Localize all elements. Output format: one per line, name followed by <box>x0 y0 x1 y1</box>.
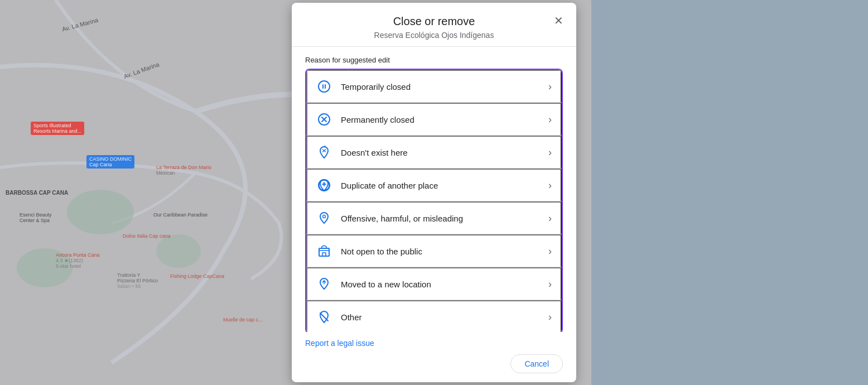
close-remove-modal: Close or remove Reserva Ecológica Ojos I… <box>292 3 576 382</box>
modal-footer: Report a legal issue Cancel <box>292 332 576 382</box>
location-slash-icon <box>316 309 332 325</box>
modal-backdrop: Close or remove Reserva Ecológica Ojos I… <box>0 0 868 385</box>
option-label-temporarily-closed: Temporarily closed <box>341 82 544 92</box>
close-icon: ✕ <box>554 14 563 27</box>
options-list: Temporarily closed › Permanently closed … <box>305 69 563 332</box>
chevron-right-icon: › <box>548 180 552 191</box>
option-label-moved: Moved to a new location <box>341 280 544 289</box>
option-other[interactable]: Other › <box>306 300 562 332</box>
option-not-public[interactable]: Not open to the public › <box>306 234 562 267</box>
location-x-icon <box>316 145 332 160</box>
svg-rect-10 <box>325 84 326 89</box>
chevron-right-icon: › <box>548 278 552 290</box>
location-arrow-icon <box>316 276 332 292</box>
modal-header: Close or remove Reserva Ecológica Ojos I… <box>292 3 576 47</box>
chevron-right-icon: › <box>548 311 552 323</box>
option-duplicate[interactable]: Duplicate of another place › <box>306 169 562 201</box>
chevron-right-icon: › <box>548 114 552 126</box>
svg-point-20 <box>323 215 326 218</box>
svg-rect-21 <box>319 248 329 256</box>
chevron-right-icon: › <box>548 81 552 93</box>
option-label-other: Other <box>341 312 544 322</box>
pause-circle-icon <box>316 79 332 94</box>
option-label-doesnt-exist: Doesn't exist here <box>341 148 544 157</box>
modal-body: Reason for suggested edit Temporarily cl… <box>292 47 576 332</box>
x-circle-icon <box>316 112 332 127</box>
chevron-right-icon: › <box>548 147 552 158</box>
location-plus-icon <box>316 177 332 193</box>
chevron-right-icon: › <box>548 213 552 224</box>
section-label: Reason for suggested edit <box>305 56 563 64</box>
modal-title: Close or remove <box>305 14 563 28</box>
option-permanently-closed[interactable]: Permanently closed › <box>306 103 562 136</box>
option-label-permanently-closed: Permanently closed <box>341 115 544 124</box>
option-doesnt-exist[interactable]: Doesn't exist here › <box>306 136 562 169</box>
close-button[interactable]: ✕ <box>549 12 567 30</box>
legal-issue-link[interactable]: Report a legal issue <box>305 339 563 348</box>
cancel-button[interactable]: Cancel <box>510 354 563 373</box>
chevron-right-icon: › <box>548 246 552 257</box>
svg-rect-9 <box>322 84 324 89</box>
svg-point-8 <box>319 81 330 92</box>
option-offensive[interactable]: Offensive, harmful, or misleading › <box>306 201 562 234</box>
option-temporarily-closed[interactable]: Temporarily closed › <box>306 70 562 103</box>
option-moved[interactable]: Moved to a new location › <box>306 267 562 300</box>
location-flag-icon <box>316 210 332 226</box>
option-label-offensive: Offensive, harmful, or misleading <box>341 214 544 223</box>
footer-actions: Cancel <box>305 354 563 373</box>
modal-subtitle: Reserva Ecológica Ojos Indígenas <box>305 31 563 40</box>
option-label-not-public: Not open to the public <box>341 247 544 256</box>
option-label-duplicate: Duplicate of another place <box>341 181 544 190</box>
building-icon <box>316 243 332 259</box>
